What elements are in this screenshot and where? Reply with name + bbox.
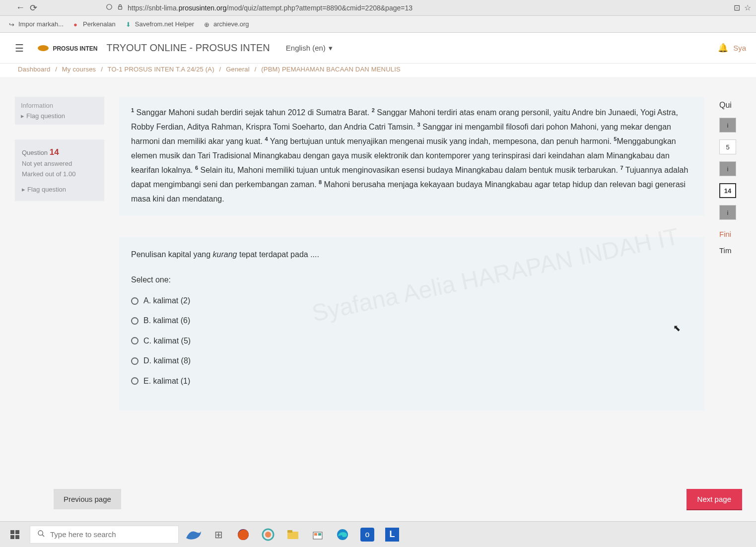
windows-start-icon[interactable] (5, 526, 25, 544)
info-box: Information ▸ Flag question (15, 97, 104, 125)
time-label: Tim (719, 246, 746, 255)
option-label: D. kalimat (8) (143, 353, 191, 368)
bc-dashboard[interactable]: Dashboard (18, 66, 50, 73)
option-label: A. kalimat (2) (143, 293, 190, 308)
option-c[interactable]: C. kalimat (5) (131, 334, 692, 348)
question-body: Syafana Aelia HARAPAN INDAH IT Penulisan… (119, 237, 704, 410)
option-label: C. kalimat (5) (143, 334, 191, 348)
question-label: Question (22, 149, 48, 156)
import-icon: ↪ (9, 21, 16, 28)
reading-passage: 1 Sanggar Mahoni sudah berdiri sejak tah… (119, 97, 704, 215)
qnav-i-1[interactable]: i (719, 118, 736, 133)
svg-rect-11 (287, 532, 298, 539)
hamburger-icon[interactable]: ☰ (10, 39, 29, 57)
bc-general[interactable]: General (226, 66, 250, 73)
url-text: https://snbt-lima.prosusinten.org/mod/qu… (128, 4, 412, 12)
flag-question-link[interactable]: ▸ Flag question (21, 112, 98, 120)
bookmark-impor[interactable]: ↪ Impor markah... (9, 20, 64, 28)
option-e[interactable]: E. kalimat (1) (131, 374, 692, 389)
svg-rect-1 (119, 6, 122, 9)
question-status: Not yet answered (22, 159, 97, 169)
globe-icon: ⊕ (204, 21, 211, 28)
qnav-14[interactable]: 14 (719, 183, 736, 198)
radio-icon[interactable] (131, 377, 138, 385)
lock-icon (117, 3, 124, 12)
info-title: Information (21, 102, 98, 109)
bc-quiz[interactable]: (PBM) PEMAHAMAN BACAAN DAN MENULIS (261, 66, 401, 73)
fire-icon: ● (73, 21, 80, 28)
taskbar: ⊞ o L (0, 521, 756, 547)
taskbar-edge-icon[interactable] (333, 526, 352, 544)
question-prompt: Penulisan kapital yang kurang tepat terd… (131, 247, 692, 262)
radio-icon[interactable] (131, 357, 138, 365)
bc-mycourses[interactable]: My courses (62, 66, 96, 73)
taskbar-store-icon[interactable] (308, 526, 328, 544)
svg-rect-15 (318, 533, 321, 536)
flag-question-link-2[interactable]: ▸ Flag question (22, 185, 97, 195)
svg-point-6 (38, 531, 43, 535)
nav-arrows: ← ⟳ (16, 2, 37, 13)
flag-icon: ▸ (21, 112, 24, 120)
bookmark-archive[interactable]: ⊕ archieve.org (204, 20, 249, 28)
option-d[interactable]: D. kalimat (8) (131, 353, 692, 368)
reload-icon[interactable]: ⟳ (30, 2, 37, 13)
question-marked: Marked out of 1.00 (22, 169, 97, 180)
bc-course[interactable]: TO-1 PROSUS INTEN T.A 24/25 (A) (108, 66, 214, 73)
radio-icon[interactable] (131, 297, 138, 305)
option-a[interactable]: A. kalimat (2) (131, 293, 692, 308)
option-label: B. kalimat (6) (143, 313, 190, 328)
quiz-nav-column: Qui i 5 i 14 i Fini Tim (719, 97, 746, 410)
pocket-icon[interactable]: ⊡ (734, 3, 740, 12)
taskbar-copilot-icon[interactable] (258, 526, 278, 544)
svg-rect-14 (314, 533, 317, 536)
left-column: Information ▸ Flag question Question 14 … (15, 97, 104, 410)
previous-page-button[interactable]: Previous page (54, 489, 121, 509)
svg-rect-5 (15, 535, 19, 539)
qnav-i-2[interactable]: i (719, 161, 736, 176)
option-b[interactable]: B. kalimat (6) (131, 313, 692, 328)
back-arrow-icon[interactable]: ← (16, 2, 25, 13)
svg-line-7 (42, 535, 44, 537)
site-title: TRYOUT ONLINE - PROSUS INTEN (106, 42, 270, 54)
bookmarks-bar: ↪ Impor markah... ● Perkenalan ⬇ Savefro… (0, 16, 756, 33)
chevron-down-icon: ▾ (329, 44, 333, 53)
option-label: E. kalimat (1) (143, 374, 190, 389)
question-number: 14 (50, 147, 59, 157)
svg-rect-4 (10, 535, 14, 539)
site-logo: PROSUS INTEN (38, 44, 97, 53)
qnav-5[interactable]: 5 (719, 139, 736, 154)
search-icon (37, 530, 45, 540)
language-toggle[interactable]: English (en) ▾ (286, 44, 333, 53)
taskbar-outlook-icon[interactable]: o (357, 526, 377, 544)
radio-icon[interactable] (131, 337, 138, 344)
content-wrap: Information ▸ Flag question Question 14 … (0, 77, 756, 425)
url-bar[interactable]: https://snbt-lima.prosusinten.org/mod/qu… (106, 3, 725, 12)
star-icon[interactable]: ☆ (744, 3, 751, 12)
svg-rect-2 (10, 530, 14, 534)
taskbar-taskview-icon[interactable]: ⊞ (208, 526, 228, 544)
taskbar-explorer-icon[interactable] (283, 526, 303, 544)
shield-icon (106, 3, 113, 12)
download-icon: ⬇ (126, 21, 133, 28)
logo-oval-icon (38, 45, 49, 51)
page-navigation: Previous page Next page (54, 489, 742, 509)
radio-icon[interactable] (131, 317, 138, 325)
qnav-i-3[interactable]: i (719, 205, 736, 220)
bell-icon[interactable]: 🔔 (718, 43, 728, 53)
next-page-button[interactable]: Next page (687, 489, 742, 509)
taskbar-app-l-icon[interactable]: L (382, 526, 402, 544)
user-name[interactable]: Sya (733, 44, 746, 52)
svg-point-0 (107, 4, 112, 9)
bookmark-savefrom[interactable]: ⬇ Savefrom.net Helper (126, 20, 194, 28)
taskbar-search[interactable] (30, 526, 179, 544)
quiz-nav-head: Qui (719, 101, 746, 110)
site-header: ☰ PROSUS INTEN TRYOUT ONLINE - PROSUS IN… (0, 33, 756, 64)
finish-attempt-link[interactable]: Fini (719, 230, 746, 238)
breadcrumb: Dashboard / My courses / TO-1 PROSUS INT… (0, 64, 756, 77)
browser-right-icons: ⊡ ☆ (734, 3, 751, 12)
taskbar-search-input[interactable] (50, 530, 171, 539)
taskbar-firefox-icon[interactable] (233, 526, 253, 544)
taskbar-app-dolphin-icon[interactable] (184, 526, 204, 544)
flag-icon: ▸ (22, 185, 25, 195)
bookmark-perkenalan[interactable]: ● Perkenalan (73, 20, 116, 28)
